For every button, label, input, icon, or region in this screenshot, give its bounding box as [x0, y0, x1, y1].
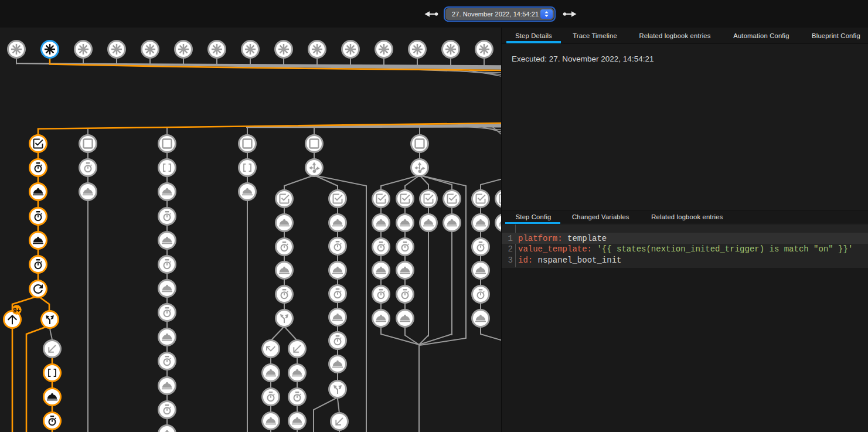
svg-text:9+: 9+ [13, 307, 21, 314]
